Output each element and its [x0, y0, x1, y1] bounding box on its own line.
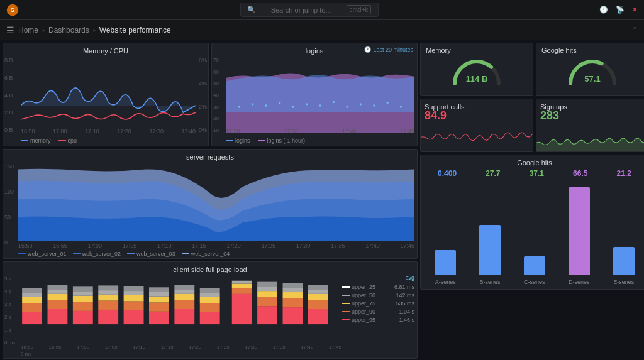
bar-c-series [513, 256, 557, 275]
svg-rect-40 [149, 312, 169, 324]
breadcrumb-page: Website performance [99, 26, 171, 35]
right-mid-panels: Support calls 84.9 Sign ups 283 [420, 99, 644, 152]
topbar: G 🔍 Search or jump to... cmd+k 🕐 📡 ✕ [0, 0, 644, 20]
legend-page-load: avg upper_256.81 ms upper_50142 ms upper… [342, 275, 414, 323]
gauge-title-google-hits: Google hits [536, 43, 577, 55]
panel-sign-ups: Sign ups 283 [536, 99, 644, 152]
breadcrumb-home[interactable]: Home [18, 26, 38, 35]
panel-title-server-requests: server requests [3, 150, 417, 162]
svg-rect-18 [22, 293, 42, 297]
svg-rect-61 [257, 291, 277, 297]
svg-text:57.1: 57.1 [584, 74, 600, 84]
collapse-icon[interactable]: ⌃ [632, 26, 638, 34]
svg-rect-23 [48, 290, 68, 294]
legend-logins: logins logins (-1 hour) [226, 138, 305, 144]
stat-a: 0.400 [438, 169, 457, 178]
svg-point-12 [373, 104, 375, 106]
svg-rect-24 [48, 285, 68, 290]
svg-rect-69 [308, 309, 328, 324]
svg-rect-73 [308, 285, 328, 290]
breadcrumb-section[interactable]: Dashboards [48, 26, 89, 35]
y-labels-cpu: 6%4%2%0% [199, 57, 207, 133]
svg-rect-33 [98, 290, 118, 295]
search-icon: 🔍 [247, 6, 256, 14]
svg-rect-65 [283, 298, 303, 307]
svg-rect-30 [98, 310, 118, 324]
logins-chart [226, 57, 414, 133]
stat-c: 37.1 [530, 169, 544, 178]
breadcrumb: ☰ Home › Dashboards › Website performanc… [6, 25, 171, 35]
x-labels-logins: 17:3017:3517:4017:45 [226, 128, 414, 134]
svg-rect-63 [257, 282, 277, 287]
menu-icon[interactable]: ☰ [6, 25, 14, 35]
svg-rect-27 [73, 296, 93, 302]
svg-rect-50 [200, 312, 220, 324]
breadcrumb-bar: ☰ Home › Dashboards › Website performanc… [0, 20, 644, 40]
svg-rect-34 [98, 285, 118, 290]
page-load-chart [21, 276, 341, 342]
support-calls-chart [421, 123, 533, 151]
svg-point-13 [387, 102, 389, 104]
panel-google-hits-bar: Google hits 0.400 27.7 37.1 66.5 21.2 [420, 155, 644, 290]
svg-rect-72 [308, 290, 328, 294]
gauge-title-memory: Memory [421, 43, 451, 55]
topbar-right: 🕐 📡 ✕ [599, 6, 638, 14]
legend-server: web_server_01 web_server_02 web_server_0… [18, 251, 230, 257]
svg-rect-20 [48, 309, 68, 324]
svg-point-6 [292, 106, 294, 108]
x-labels-page-load: 16:5016:5517:0017:0517:1017:1517:2017:25… [21, 344, 341, 350]
server-requests-chart [18, 163, 414, 241]
svg-rect-17 [22, 297, 42, 303]
panel-page-load: client side full page load 5 s4 s3 s2 s1… [3, 261, 418, 359]
breadcrumb-sep2: › [93, 26, 96, 35]
panel-server-requests: server requests 150100500 16:5016:5517:0… [3, 149, 418, 259]
svg-text:114 B: 114 B [466, 74, 488, 84]
svg-rect-48 [174, 290, 194, 294]
svg-rect-66 [283, 292, 303, 298]
x-labels-memory-cpu: 16:5017:0017:1017:2017:3017:40 [21, 128, 196, 134]
svg-point-9 [333, 101, 335, 103]
svg-rect-26 [73, 302, 93, 310]
x-start-label: 0 ms [21, 351, 31, 357]
legend-memory-cpu: memory cpu [21, 138, 77, 144]
y-labels-page-load: 5 s4 s3 s2 s1 s0 ms [4, 276, 15, 346]
svg-point-14 [400, 106, 402, 108]
svg-point-8 [319, 104, 321, 106]
dashboard: Memory / CPU 8 B6 B4 B2 B0 B 6%4%2%0% me… [0, 40, 644, 360]
svg-point-11 [360, 103, 362, 105]
panel-title-page-load: client side full page load [3, 262, 417, 275]
search-bar[interactable]: 🔍 Search or jump to... cmd+k [240, 3, 379, 17]
memory-cpu-chart [21, 57, 196, 133]
svg-point-7 [306, 103, 308, 105]
svg-rect-16 [22, 303, 42, 312]
svg-rect-58 [232, 281, 252, 284]
y-labels-server: 150100500 [4, 163, 14, 246]
svg-rect-44 [149, 287, 169, 292]
share-icon: 📡 [616, 6, 625, 14]
y-labels-memory: 8 B6 B4 B2 B0 B [4, 57, 13, 133]
close-icon: ✕ [632, 6, 638, 14]
google-hits-gauge-svg: 57.1 [564, 55, 621, 88]
svg-rect-42 [149, 297, 169, 303]
svg-rect-32 [98, 295, 118, 301]
svg-rect-62 [257, 286, 277, 291]
google-hits-bars [423, 185, 644, 275]
svg-rect-43 [149, 292, 169, 297]
panel-title-google-hits-bar: Google hits [421, 155, 644, 168]
svg-rect-19 [22, 288, 42, 293]
svg-rect-64 [283, 307, 303, 324]
svg-rect-56 [232, 288, 252, 294]
svg-rect-55 [232, 294, 252, 324]
svg-rect-57 [232, 284, 252, 288]
svg-rect-71 [308, 294, 328, 300]
svg-rect-38 [124, 291, 144, 295]
svg-rect-39 [124, 286, 144, 291]
bar-labels: A-seriesB-seriesC-seriesD-seriesE-series [423, 279, 644, 285]
grafana-logo: G [6, 4, 19, 16]
bar-e-series [601, 247, 644, 275]
panel-memory-gauge: Memory 114 B [420, 43, 533, 96]
svg-rect-59 [257, 306, 277, 324]
svg-rect-22 [48, 294, 68, 300]
svg-rect-67 [283, 288, 303, 292]
svg-rect-31 [98, 301, 118, 310]
